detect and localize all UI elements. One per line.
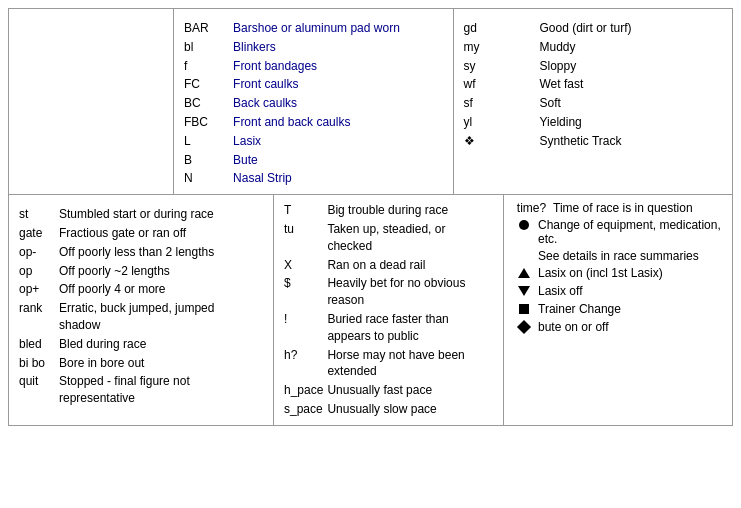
middle-row: $Heavily bet for no obvious reason (284, 274, 493, 310)
middle-code: X (284, 256, 327, 275)
graph-code: op+ (19, 280, 59, 299)
right-row: bute on or off (514, 320, 722, 335)
graph-key-table: stStumbled start or during racegateFract… (19, 205, 263, 408)
track-desc: Good (dirt or turf) (540, 19, 723, 38)
summary-code: FC (184, 75, 233, 94)
track-code: yl (464, 113, 540, 132)
triangle-up-icon (518, 268, 530, 278)
right-row: Lasix off (514, 284, 722, 299)
summary-row: fFront bandages (184, 57, 443, 76)
right-row: See details in race summaries (514, 249, 722, 263)
graph-row: opOff poorly ~2 lengths (19, 262, 263, 281)
top-section: BARBarshoe or aluminum pad wornblBlinker… (9, 9, 732, 195)
graph-desc: Fractious gate or ran off (59, 224, 263, 243)
summary-desc: Front bandages (233, 57, 442, 76)
graph-desc: Stumbled start or during race (59, 205, 263, 224)
middle-row: h_paceUnusually fast pace (284, 381, 493, 400)
right-icon (514, 284, 534, 299)
graph-desc: Off poorly less than 2 lengths (59, 243, 263, 262)
summary-row: NNasal Strip (184, 169, 443, 188)
track-row: myMuddy (464, 38, 723, 57)
right-desc: See details in race summaries (538, 249, 722, 263)
circle-icon (519, 220, 529, 230)
middle-key-table: TBig trouble during racetuTaken up, stea… (284, 201, 493, 419)
middle-code: h_pace (284, 381, 327, 400)
right-key-section: time?Time of race is in questionChange o… (504, 195, 732, 425)
summary-row: BARBarshoe or aluminum pad worn (184, 19, 443, 38)
summary-code: L (184, 132, 233, 151)
triangle-down-icon (518, 286, 530, 296)
graph-code: gate (19, 224, 59, 243)
track-code: my (464, 38, 540, 57)
middle-desc: Taken up, steadied, or checked (327, 220, 493, 256)
right-icon (514, 320, 534, 335)
track-desc: Sloppy (540, 57, 723, 76)
track-desc: Muddy (540, 38, 723, 57)
middle-row: !Buried race faster than appears to publ… (284, 310, 493, 346)
middle-desc: Horse may not have been extended (327, 346, 493, 382)
graph-code: bled (19, 335, 59, 354)
right-row: Trainer Change (514, 302, 722, 317)
graph-code: bi bo (19, 354, 59, 373)
graph-row: op+Off poorly 4 or more (19, 280, 263, 299)
graph-row: bi boBore in bore out (19, 354, 263, 373)
track-condition-key-table: gdGood (dirt or turf)myMuddysySloppywfWe… (464, 19, 723, 151)
right-icon: time? (514, 201, 549, 215)
summary-row: LLasix (184, 132, 443, 151)
middle-row: TBig trouble during race (284, 201, 493, 220)
summary-code: B (184, 151, 233, 170)
track-row: sySloppy (464, 57, 723, 76)
right-icon (514, 218, 534, 233)
graph-row: rankErratic, buck jumped, jumped shadow (19, 299, 263, 335)
middle-desc: Unusually fast pace (327, 381, 493, 400)
right-row: Lasix on (incl 1st Lasix) (514, 266, 722, 281)
right-row: time?Time of race is in question (514, 201, 722, 215)
middle-desc: Buried race faster than appears to publi… (327, 310, 493, 346)
summary-desc: Front and back caulks (233, 113, 442, 132)
summary-code: BAR (184, 19, 233, 38)
main-container: BARBarshoe or aluminum pad wornblBlinker… (8, 8, 733, 426)
summary-desc: Blinkers (233, 38, 442, 57)
middle-code: tu (284, 220, 327, 256)
graph-code: quit (19, 372, 59, 408)
top-left-spacer (9, 9, 174, 194)
middle-code: ! (284, 310, 327, 346)
track-code: wf (464, 75, 540, 94)
middle-desc: Ran on a dead rail (327, 256, 493, 275)
summary-desc: Barshoe or aluminum pad worn (233, 19, 442, 38)
summary-code: FBC (184, 113, 233, 132)
square-icon (519, 304, 529, 314)
graph-desc: Erratic, buck jumped, jumped shadow (59, 299, 263, 335)
middle-row: s_paceUnusually slow pace (284, 400, 493, 419)
graph-desc: Off poorly 4 or more (59, 280, 263, 299)
middle-desc: Unusually slow pace (327, 400, 493, 419)
diamond-icon (517, 320, 531, 334)
track-row: wfWet fast (464, 75, 723, 94)
track-desc: Soft (540, 94, 723, 113)
summary-desc: Nasal Strip (233, 169, 442, 188)
summary-row: FBCFront and back caulks (184, 113, 443, 132)
middle-row: XRan on a dead rail (284, 256, 493, 275)
graph-code: rank (19, 299, 59, 335)
summary-row: BBute (184, 151, 443, 170)
track-condition-key-section: gdGood (dirt or turf)myMuddysySloppywfWe… (454, 9, 733, 194)
summary-row: blBlinkers (184, 38, 443, 57)
right-desc: Time of race is in question (553, 201, 722, 215)
summary-row: FCFront caulks (184, 75, 443, 94)
right-desc: Change of equipment, medication, etc. (538, 218, 722, 246)
graph-desc: Bled during race (59, 335, 263, 354)
middle-desc: Big trouble during race (327, 201, 493, 220)
summary-code: N (184, 169, 233, 188)
summary-desc: Front caulks (233, 75, 442, 94)
graph-code: op- (19, 243, 59, 262)
graph-row: bledBled during race (19, 335, 263, 354)
graph-key-section: stStumbled start or during racegateFract… (9, 195, 274, 425)
summary-desc: Back caulks (233, 94, 442, 113)
track-code: sf (464, 94, 540, 113)
summary-code: bl (184, 38, 233, 57)
summary-key-section: BARBarshoe or aluminum pad wornblBlinker… (174, 9, 454, 194)
middle-code: $ (284, 274, 327, 310)
track-desc: Yielding (540, 113, 723, 132)
graph-code: op (19, 262, 59, 281)
graph-row: stStumbled start or during race (19, 205, 263, 224)
